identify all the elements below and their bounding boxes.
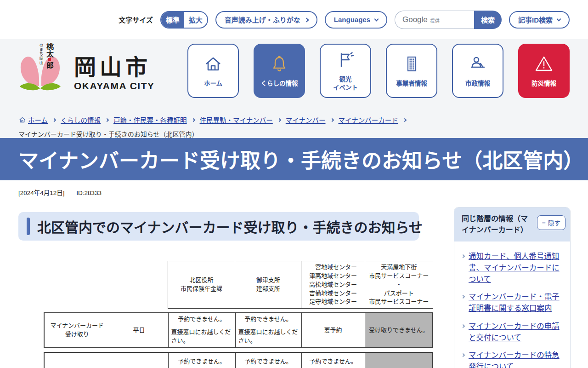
nav-label: 市政情報 — [465, 80, 490, 88]
building-icon — [401, 54, 422, 76]
table-header-blank — [44, 261, 168, 309]
chevron-right-icon — [277, 118, 281, 121]
search-button[interactable]: 検索 — [474, 11, 502, 29]
sidebar-header: 同じ階層の情報（マイナンバーカード） − 隠す — [454, 207, 570, 242]
nav-button-flag[interactable]: 観光イベント — [320, 44, 371, 98]
breadcrumb-link[interactable]: くらしの情報 — [61, 115, 101, 125]
font-size-standard-button[interactable]: 標準 — [161, 12, 184, 28]
languages-button[interactable]: Languages — [325, 11, 387, 29]
breadcrumb-link[interactable]: 住民異動・マイナンバー — [200, 115, 273, 125]
site-search: Google 提供 検索 — [395, 11, 502, 29]
sidebar-link-item: マイナンバーカードの申請と交付について — [462, 321, 565, 344]
main-nav: ホームくらしの情報観光イベント事業者情報市政情報防災情報 — [187, 44, 570, 98]
breadcrumb-current: マイナンバーカード受け取り・手続きのお知らせ（北区管内） — [18, 129, 570, 138]
hide-button[interactable]: − 隠す — [537, 215, 565, 230]
sidebar-links: 通知カード、個人番号通知書、マイナンバーカードについてマイナンバーカード・電子証… — [454, 242, 570, 368]
chevron-right-icon — [105, 118, 109, 121]
table-column-header: 御津支所建部支所 — [235, 261, 301, 309]
top-utility-bar: 文字サイズ 標準 拡大 音声読み上げ・ふりがな Languages Google… — [0, 0, 588, 39]
table-row: マイナンバーカード受け取り平日予約できません。直接窓口にお越しください。予約でき… — [44, 312, 433, 348]
table-cell: 予約できません。 — [168, 352, 235, 368]
nav-button-bell[interactable]: くらしの情報 — [254, 44, 305, 98]
breadcrumb: ホームくらしの情報戸籍・住民票・各種証明住民異動・マイナンバーマイナンバーマイナ… — [0, 110, 588, 138]
nav-button-warning[interactable]: 防災情報 — [518, 44, 570, 98]
sidebar-link-item: マイナンバーカード・電子証明書に関する窓口案内 — [462, 291, 565, 314]
heading-accent-bar — [27, 218, 30, 235]
nav-button-home[interactable]: ホーム — [187, 44, 239, 98]
counter-person-icon — [468, 54, 488, 76]
content-area: [2024年4月12日] ID:28333 北区管内でのマイナンバーカード受け取… — [0, 180, 588, 368]
article-date: [2024年4月12日] — [18, 190, 65, 196]
chevron-right-icon — [461, 295, 465, 299]
site-name: 岡山市 — [74, 56, 155, 80]
breadcrumb-link[interactable]: マイナンバーカード — [339, 115, 398, 125]
page-title: マイナンバーカード受け取り・手続きのお知らせ（北区管内） — [18, 144, 583, 174]
sidebar-link-item: マイナンバーカードの特急発行について — [462, 350, 565, 368]
main-column: 北区管内でのマイナンバーカード受け取り・手続きのお知らせ 北区役所市民保険年金課… — [18, 212, 419, 368]
nav-button-building[interactable]: 事業者情報 — [386, 44, 437, 98]
font-size-label: 文字サイズ — [119, 15, 153, 24]
table-cell: 予約できません。直接窓口にお越しください。 — [168, 313, 235, 348]
nav-label: 事業者情報 — [396, 80, 427, 88]
nav-label: ホーム — [204, 80, 222, 88]
sidebar-link-item: 通知カード、個人番号通知書、マイナンバーカードについて — [462, 251, 565, 285]
chevron-right-icon — [330, 118, 334, 121]
chevron-right-icon — [461, 353, 465, 357]
search-input[interactable]: Google 提供 — [395, 11, 474, 29]
article-id-search-button[interactable]: 記事ID検索 — [509, 11, 570, 29]
bell-icon — [269, 54, 289, 76]
page-title-band: マイナンバーカード受け取り・手続きのお知らせ（北区管内） — [0, 138, 588, 180]
home-icon — [203, 54, 223, 76]
table-header: 北区役所市民保険年金課御津支所建部支所一宮地域センター津高地域センター高松地域セ… — [44, 261, 433, 309]
site-header: のまち岡山 桃太郎 岡山市 OKAYAMA CITY ホームくらしの情報観光イベ… — [0, 39, 588, 138]
table-column-header: 一宮地域センター津高地域センター高松地域センター吉備地域センター足守地域センター — [301, 261, 365, 309]
section-heading: 北区管内でのマイナンバーカード受け取り・手続きのお知らせ — [37, 216, 423, 236]
table-cell-unavailable — [365, 352, 433, 368]
related-info-sidebar: 同じ階層の情報（マイナンバーカード） − 隠す 通知カード、個人番号通知書、マイ… — [454, 207, 571, 368]
article-meta: [2024年4月12日] ID:28333 — [18, 188, 571, 197]
red-dot-icon — [48, 58, 51, 61]
schedule-table: 北区役所市民保険年金課御津支所建部支所一宮地域センター津高地域センター高松地域セ… — [44, 261, 419, 368]
breadcrumb-link[interactable]: マイナンバー — [286, 115, 326, 125]
site-logo[interactable]: のまち岡山 桃太郎 岡山市 OKAYAMA CITY — [18, 43, 155, 94]
table-column-header: 北区役所市民保険年金課 — [168, 261, 235, 309]
sidebar-link[interactable]: 通知カード、個人番号通知書、マイナンバーカードについて — [469, 251, 563, 285]
chevron-right-icon — [461, 324, 465, 328]
nav-label: 防災情報 — [531, 80, 556, 88]
logo-tagline-big: 桃太郎 — [44, 43, 55, 69]
chevron-right-icon — [461, 254, 465, 258]
font-size-toggle: 標準 拡大 — [160, 11, 208, 29]
table-cell: 要予約 — [301, 313, 365, 348]
font-size-large-button[interactable]: 拡大 — [184, 12, 207, 28]
sidebar-link[interactable]: マイナンバーカードの特急発行について — [469, 350, 563, 368]
voice-reading-button[interactable]: 音声読み上げ・ふりがな — [215, 11, 317, 29]
sidebar-link[interactable]: マイナンバーカードの申請と交付について — [469, 321, 563, 344]
flag-icon — [335, 50, 356, 72]
table-column-header: 天満屋地下街市民サービスコーナー・パスポート市民サービスコーナー — [365, 261, 433, 309]
table-cell: 予約できません。直接窓口にお越しください。 — [235, 313, 301, 348]
chevron-right-icon — [52, 118, 56, 121]
breadcrumb-link[interactable]: ホーム — [28, 115, 48, 125]
chevron-down-icon — [374, 17, 379, 21]
nav-button-counter-person[interactable]: 市政情報 — [452, 44, 503, 98]
nav-label: 観光イベント — [333, 75, 358, 92]
chevron-right-icon — [191, 118, 195, 121]
table-cell — [110, 352, 168, 368]
chevron-right-icon — [304, 17, 309, 22]
table-cell: 予約できません。 — [235, 352, 301, 368]
peach-logo-icon: のまち岡山 桃太郎 — [18, 43, 62, 94]
breadcrumb-link[interactable]: 戸籍・住民票・各種証明 — [113, 115, 187, 125]
chevron-right-icon — [402, 118, 406, 121]
table-cell: 平日 — [110, 313, 168, 348]
nav-label: くらしの情報 — [261, 80, 298, 88]
logo-tagline-small: のまち岡山 — [38, 43, 44, 69]
site-name-en: OKAYAMA CITY — [74, 80, 155, 92]
table-row: 予約できません。予約できません。予約できません。 — [44, 352, 433, 368]
table-cell: マイナンバーカード受け取り — [44, 313, 110, 348]
sidebar-title: 同じ階層の情報（マイナンバーカード） — [462, 213, 534, 236]
section-heading-box: 北区管内でのマイナンバーカード受け取り・手続きのお知らせ — [18, 212, 419, 241]
minus-icon: − — [542, 219, 546, 226]
sidebar-link[interactable]: マイナンバーカード・電子証明書に関する窓口案内 — [469, 291, 563, 314]
table-cell — [44, 352, 110, 368]
breadcrumb-links: ホームくらしの情報戸籍・住民票・各種証明住民異動・マイナンバーマイナンバーマイナ… — [18, 115, 570, 125]
